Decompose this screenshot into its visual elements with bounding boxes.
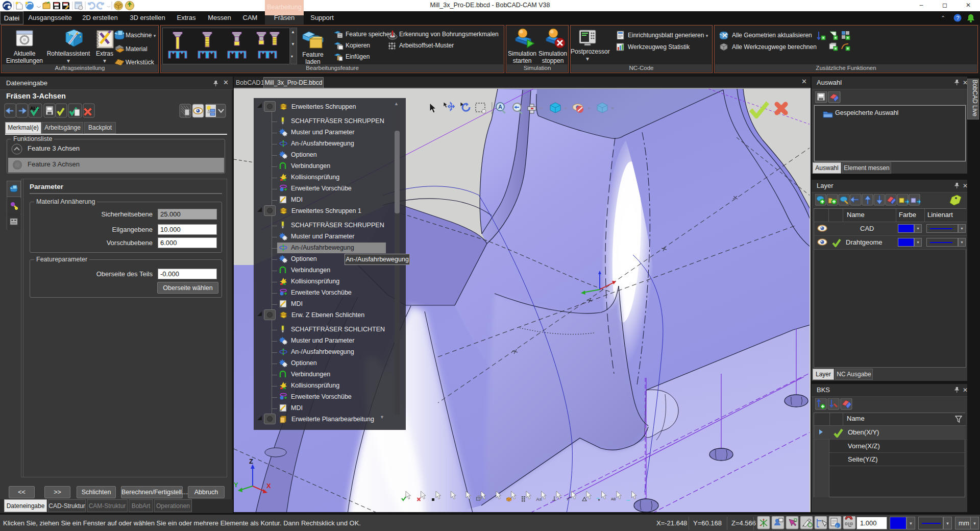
svg-text:AB: AB: [611, 497, 616, 501]
svg-text:Z: Z: [249, 457, 253, 465]
svg-text:?: ?: [957, 15, 960, 21]
svg-text:X: X: [266, 482, 271, 490]
svg-text:i: i: [837, 524, 838, 528]
svg-text:Y: Y: [234, 481, 238, 489]
svg-text:A≡: A≡: [536, 497, 542, 502]
svg-text:A: A: [498, 104, 502, 110]
